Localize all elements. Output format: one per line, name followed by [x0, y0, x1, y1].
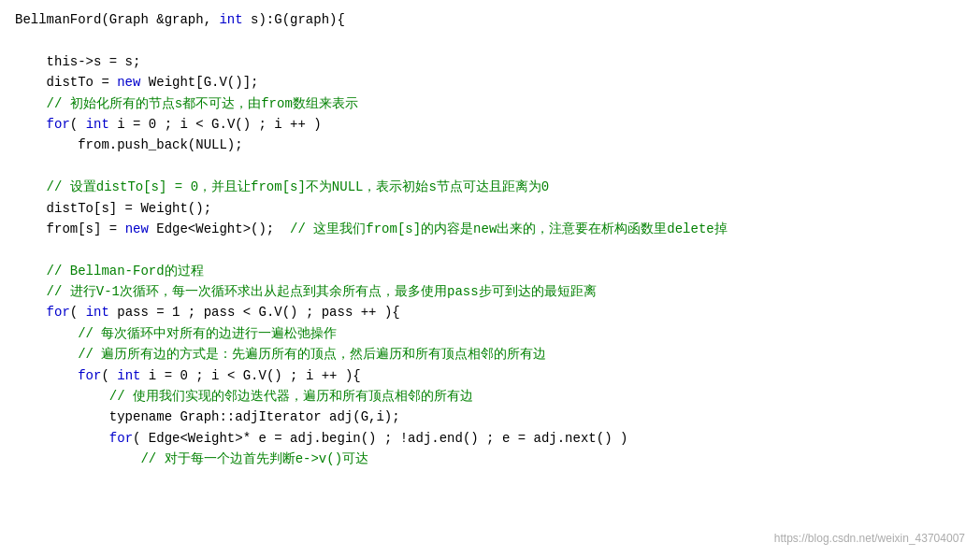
code-token: typename Graph::adjIterator adj(G,i);: [15, 409, 400, 424]
code-token: // 每次循环中对所有的边进行一遍松弛操作: [78, 326, 337, 341]
code-token: // 这里我们from[s]的内容是new出来的，注意要在析构函数里delete…: [290, 221, 728, 236]
code-line: typename Graph::adjIterator adj(G,i);: [15, 407, 965, 427]
code-token: from.push_back(NULL);: [15, 137, 243, 152]
code-line: for( int pass = 1 ; pass < G.V() ; pass …: [15, 302, 965, 322]
code-token: // 对于每一个边首先判断e->v()可达: [140, 451, 368, 466]
code-token: [15, 451, 140, 466]
code-token: // 初始化所有的节点s都不可达，由from数组来表示: [47, 96, 358, 111]
code-line: for( int i = 0 ; i < G.V() ; i ++ ){: [15, 365, 965, 386]
code-token: s):G(graph){: [243, 12, 345, 27]
code-token: int: [219, 12, 242, 27]
code-token: [15, 347, 78, 362]
code-token: i = 0 ; i < G.V() ; i ++ ){: [140, 368, 360, 383]
code-token: [15, 326, 78, 341]
code-line: // 使用我们实现的邻边迭代器，遍历和所有顶点相邻的所有边: [15, 386, 965, 407]
code-token: [15, 96, 47, 111]
code-token: [15, 117, 47, 132]
code-token: [15, 431, 109, 446]
code-token: for: [109, 431, 133, 446]
code-token: from[s] =: [15, 221, 125, 236]
code-token: int: [86, 305, 109, 320]
code-line: BellmanFord(Graph &graph, int s):G(graph…: [15, 9, 965, 30]
code-token: this->s = s;: [15, 54, 140, 69]
code-token: [15, 179, 47, 194]
code-token: for: [47, 305, 70, 320]
code-token: (: [70, 117, 86, 132]
code-line: [15, 30, 965, 50]
code-token: // Bellman-Ford的过程: [47, 264, 204, 278]
code-token: for: [47, 117, 70, 132]
code-token: (: [70, 305, 86, 320]
code-token: pass = 1 ; pass < G.V() ; pass ++ ){: [109, 305, 400, 320]
code-content: BellmanFord(Graph &graph, int s):G(graph…: [15, 9, 965, 470]
code-token: new: [125, 221, 149, 236]
watermark: https://blog.csdn.net/weixin_43704007: [774, 530, 965, 548]
code-line: from[s] = new Edge<Weight>(); // 这里我们fro…: [15, 219, 965, 239]
code-line: // 遍历所有边的方式是：先遍历所有的顶点，然后遍历和所有顶点相邻的所有边: [15, 344, 965, 364]
code-line: from.push_back(NULL);: [15, 135, 965, 155]
code-token: // 遍历所有边的方式是：先遍历所有的顶点，然后遍历和所有顶点相邻的所有边: [78, 347, 546, 362]
code-line: // 每次循环中对所有的边进行一遍松弛操作: [15, 323, 965, 344]
code-token: for: [78, 368, 101, 383]
code-line: for( Edge<Weight>* e = adj.begin() ; !ad…: [15, 428, 965, 449]
code-token: // 使用我们实现的邻边迭代器，遍历和所有顶点相邻的所有边: [109, 389, 473, 404]
code-line: [15, 156, 965, 177]
code-line: // 初始化所有的节点s都不可达，由from数组来表示: [15, 93, 965, 114]
code-line: for( int i = 0 ; i < G.V() ; i ++ ): [15, 114, 965, 135]
code-token: BellmanFord(Graph &graph,: [15, 12, 219, 27]
code-token: i = 0 ; i < G.V() ; i ++ ): [109, 117, 322, 132]
code-token: [15, 264, 47, 278]
code-block: BellmanFord(Graph &graph, int s):G(graph…: [0, 0, 980, 557]
code-line: [15, 239, 965, 260]
code-line: distTo[s] = Weight();: [15, 198, 965, 219]
code-token: distTo[s] = Weight();: [15, 201, 211, 216]
code-token: [15, 368, 78, 383]
code-token: new: [117, 75, 140, 90]
code-token: (: [101, 368, 117, 383]
code-token: ( Edge<Weight>* e = adj.begin() ; !adj.e…: [133, 431, 627, 446]
code-token: [15, 284, 47, 299]
code-token: Edge<Weight>();: [149, 221, 290, 236]
code-token: distTo =: [15, 75, 117, 90]
code-token: // 进行V-1次循环，每一次循环求出从起点到其余所有点，最多使用pass步可到…: [47, 284, 597, 299]
code-token: [15, 305, 47, 320]
code-token: int: [86, 117, 109, 132]
code-line: distTo = new Weight[G.V()];: [15, 72, 965, 93]
code-token: int: [117, 368, 140, 383]
code-token: Weight[G.V()];: [140, 75, 258, 90]
code-line: // 进行V-1次循环，每一次循环求出从起点到其余所有点，最多使用pass步可到…: [15, 281, 965, 302]
code-line: // 对于每一个边首先判断e->v()可达: [15, 449, 965, 469]
code-token: // 设置distTo[s] = 0，并且让from[s]不为NULL，表示初始…: [47, 179, 550, 194]
code-line: // Bellman-Ford的过程: [15, 261, 965, 281]
code-token: [15, 389, 109, 404]
code-line: this->s = s;: [15, 51, 965, 72]
code-line: // 设置distTo[s] = 0，并且让from[s]不为NULL，表示初始…: [15, 177, 965, 197]
